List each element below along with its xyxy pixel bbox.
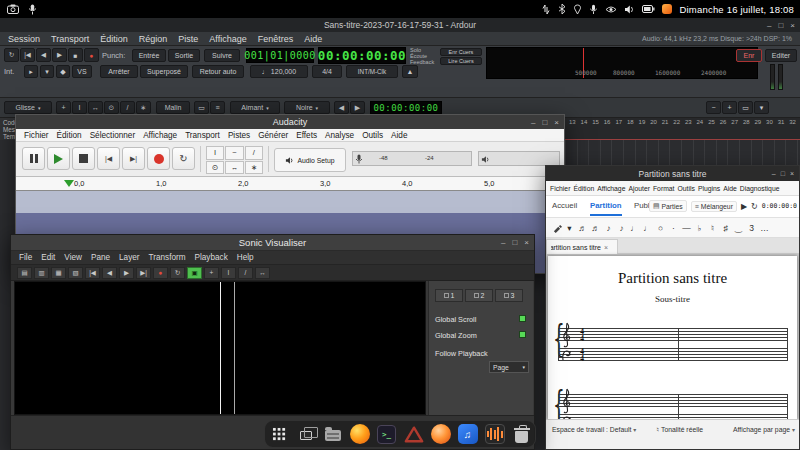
play-cursor-icon[interactable] [64, 180, 74, 187]
loop-icon[interactable]: ↻ [4, 48, 19, 62]
goto-start-icon[interactable]: |◀ [20, 48, 35, 62]
treble-staff[interactable] [558, 328, 788, 341]
record-mode-layer-button[interactable]: Superposé [140, 65, 188, 78]
app-grid-icon[interactable] [267, 422, 291, 446]
record-icon[interactable]: ● [153, 267, 168, 279]
tie-icon[interactable]: ‿ [732, 220, 745, 236]
zoom-tool-icon[interactable]: ⊙ [206, 161, 224, 175]
quarter-note-icon[interactable]: ♩ [628, 220, 641, 236]
loop-icon[interactable]: ↻ [751, 202, 758, 211]
menu-item[interactable]: Édition [57, 131, 82, 140]
trim-tool-icon[interactable]: ↔ [225, 161, 243, 175]
grab-tool-icon[interactable]: + [56, 101, 71, 114]
rewind-icon[interactable]: ◀ [102, 267, 117, 279]
navigate-tool-icon[interactable]: + [204, 267, 219, 279]
sonic-titlebar[interactable]: Sonic Visualiser –□× [11, 235, 534, 251]
skip-end-button[interactable]: ▶| [122, 147, 145, 170]
sharp-icon[interactable]: ♯ [719, 220, 732, 236]
menu-item[interactable]: Région [139, 34, 168, 44]
eighth-note-icon[interactable]: ♪ [615, 220, 628, 236]
mini-timeline[interactable]: 500000 800000 1600000 2400000 [486, 47, 758, 79]
menu-item[interactable]: View [64, 253, 82, 262]
score-title[interactable]: Partition sans titre [548, 270, 797, 287]
audio-setup-button[interactable]: Audio Setup [274, 148, 346, 172]
augmentation-dot-icon[interactable]: · [667, 220, 680, 236]
menu-item[interactable]: Layer [119, 253, 139, 262]
menu-item[interactable]: Affichage [209, 34, 246, 44]
pane-icon[interactable]: ▣ [187, 267, 202, 279]
edit-mode-dropdown[interactable]: Glisse▾ [4, 101, 52, 114]
global-record-button[interactable]: Enr [736, 49, 762, 62]
maximize-icon[interactable]: □ [778, 21, 783, 30]
sync-source-button[interactable]: INT/M-Clk [346, 65, 398, 78]
sixtyfourth-note-icon[interactable]: ♬ [576, 220, 589, 236]
meter-button[interactable]: 4/4 [312, 65, 342, 78]
audacity-icon[interactable] [429, 422, 453, 446]
menu-item[interactable]: Transport [185, 131, 220, 140]
tab-home[interactable]: Accueil [552, 201, 577, 214]
skip-start-button[interactable]: |◀ [97, 147, 120, 170]
selection-tool-icon[interactable]: I [206, 146, 224, 160]
editor-button[interactable]: Editer [765, 49, 797, 62]
menu-item[interactable]: Pane [91, 253, 110, 262]
camera-icon[interactable] [7, 4, 19, 14]
mixer-button[interactable]: ≡Mélangeur [691, 201, 737, 212]
menu-item[interactable]: Session [8, 34, 40, 44]
tab-score[interactable]: Partition [590, 201, 622, 216]
draw-tool-icon[interactable]: / [120, 101, 135, 114]
monitor-option-icon[interactable]: ◆ [56, 65, 70, 78]
thirtysecond-note-icon[interactable]: ♬ [589, 220, 602, 236]
menu-item[interactable]: Édition [100, 34, 128, 44]
musescore-titlebar[interactable]: Partition sans titre –□× [546, 166, 799, 181]
half-note-icon[interactable]: ♩ [641, 220, 654, 236]
measure-tool-icon[interactable]: ↔ [255, 267, 270, 279]
follow-button[interactable]: Suivre [204, 49, 240, 62]
envelope-tool-icon[interactable]: ~ [225, 146, 243, 160]
ardour-titlebar[interactable]: Sans-titre-2023-07-16-17-59-31 - Ardour … [0, 18, 800, 32]
edit-tool-icon[interactable]: / [238, 267, 253, 279]
tuplet-icon[interactable]: 3 [745, 220, 758, 236]
document-tab[interactable]: Partition sans titre × [546, 239, 618, 254]
playback-meter[interactable] [478, 151, 560, 166]
close-icon[interactable]: × [790, 170, 794, 177]
trash-icon[interactable] [510, 422, 534, 446]
save-icon[interactable]: ▦ [51, 267, 66, 279]
menu-item[interactable]: Fichier [550, 185, 570, 192]
pane-tab[interactable]: 2 [465, 289, 493, 302]
global-scroll-checkbox[interactable] [519, 315, 526, 322]
audacity-timeline-ruler[interactable]: 0,01,02,03,04,05,06,0 [16, 177, 564, 191]
follow-playback-dropdown[interactable]: Page▾ [489, 361, 529, 373]
snap-mode-dropdown[interactable]: Aimant▾ [230, 101, 280, 114]
menu-item[interactable]: Pistes [228, 131, 250, 140]
object-mode-icon[interactable]: ▭ [194, 101, 209, 114]
close-icon[interactable]: × [524, 238, 529, 247]
clock-date[interactable]: Dimanche 16 juillet, 18:08 [679, 4, 794, 15]
menu-item[interactable]: Effets [296, 131, 317, 140]
bbt-clock[interactable]: 001|01|0000 [246, 48, 314, 63]
screencast-icon[interactable] [28, 4, 37, 15]
global-zoom-checkbox[interactable] [519, 331, 526, 338]
play-icon[interactable]: ▶ [52, 48, 67, 62]
workspaces-icon[interactable] [294, 422, 318, 446]
menu-item[interactable]: Transform [149, 253, 186, 262]
punch-in-button[interactable]: Entrée [132, 49, 166, 62]
bass-staff[interactable] [558, 348, 788, 361]
record-mode-stop-button[interactable]: Arrêter [100, 65, 138, 78]
monitor-option-icon[interactable]: ▸ [24, 65, 38, 78]
natural-icon[interactable]: ♮ [706, 220, 719, 236]
select-tool-icon[interactable]: I [221, 267, 236, 279]
menu-item[interactable]: Affichage [143, 131, 177, 140]
firefox-icon[interactable] [348, 422, 372, 446]
score-page[interactable]: Partition sans titre Sous-titre { 44 44 … [548, 256, 797, 419]
play-icon[interactable]: ▶ [741, 202, 747, 211]
menu-item[interactable]: Transport [51, 34, 89, 44]
rewind-icon[interactable]: ◀ [36, 48, 51, 62]
menu-item[interactable]: Générer [258, 131, 288, 140]
flat-icon[interactable]: ♭ [693, 220, 706, 236]
menu-item[interactable]: Plugins [698, 185, 720, 192]
pause-button[interactable] [22, 147, 45, 170]
ffwd-icon[interactable]: ▶| [136, 267, 151, 279]
bar-number-ruler[interactable]: 1314151617181920212223242526272829303132 [569, 119, 800, 125]
menu-item[interactable]: Aide [304, 34, 322, 44]
list-mode-icon[interactable]: ≡ [210, 101, 225, 114]
